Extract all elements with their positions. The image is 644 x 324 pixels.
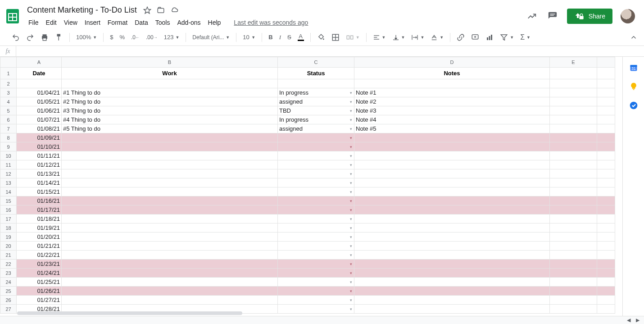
cell[interactable] [550, 97, 597, 106]
filter-button[interactable]: ▼ [497, 32, 517, 43]
cell-notes[interactable]: Note #1 [354, 88, 550, 97]
text-wrap-button[interactable]: ▼ [408, 32, 427, 43]
cell-date[interactable]: 01/09/21 [17, 133, 62, 142]
cell-work[interactable]: #3 Thing to do [62, 106, 278, 115]
print-button[interactable] [38, 32, 51, 43]
cell-work[interactable] [62, 233, 278, 242]
col-header-C[interactable]: C [278, 57, 354, 68]
cell-status[interactable] [278, 151, 354, 160]
increase-decimal-button[interactable]: .00→ [143, 32, 160, 42]
cell[interactable] [62, 79, 278, 88]
cell-status[interactable] [278, 278, 354, 287]
cell[interactable] [597, 68, 615, 79]
cell-date[interactable]: 01/27/21 [17, 296, 62, 305]
cell-work[interactable]: #2 Thing to do [62, 97, 278, 106]
cell-status[interactable] [278, 187, 354, 196]
cell[interactable] [550, 251, 597, 260]
row-header[interactable]: 17 [0, 214, 17, 224]
star-icon[interactable] [143, 6, 151, 14]
cell-status[interactable]: assigned [278, 124, 354, 133]
row-header[interactable]: 22 [0, 260, 17, 269]
cell[interactable] [550, 106, 597, 115]
cell[interactable] [550, 151, 597, 160]
insert-comment-button[interactable] [468, 32, 482, 43]
cell[interactable] [550, 233, 597, 242]
cell-date[interactable]: 01/18/21 [17, 214, 62, 224]
cell-notes[interactable] [354, 251, 550, 260]
cell[interactable] [597, 214, 615, 224]
cell[interactable] [550, 160, 597, 169]
merge-cells-button[interactable]: ▼ [343, 32, 363, 43]
menu-tools[interactable]: Tools [152, 17, 173, 28]
row-header[interactable]: 24 [0, 278, 17, 287]
cell[interactable] [550, 224, 597, 233]
cell[interactable] [550, 133, 597, 142]
cell[interactable] [550, 260, 597, 269]
menu-help[interactable]: Help [205, 17, 224, 28]
document-title[interactable]: Content Marketing - To-Do List [25, 5, 139, 16]
cell-work[interactable] [62, 296, 278, 305]
cell[interactable] [597, 287, 615, 296]
cell[interactable] [597, 187, 615, 196]
keep-icon[interactable] [629, 82, 638, 91]
cell-date[interactable]: 01/14/21 [17, 178, 62, 187]
row-header[interactable]: 19 [0, 233, 17, 242]
row-header[interactable]: 15 [0, 196, 17, 205]
share-button[interactable]: Share [567, 9, 612, 24]
cell[interactable] [597, 251, 615, 260]
cell-work[interactable] [62, 178, 278, 187]
cell[interactable] [550, 124, 597, 133]
row-header[interactable]: 26 [0, 296, 17, 305]
functions-button[interactable]: Σ▼ [517, 32, 533, 43]
cell-status[interactable] [278, 214, 354, 224]
row-header[interactable]: 3 [0, 88, 17, 97]
row-header[interactable]: 16 [0, 205, 17, 214]
bold-button[interactable]: B [266, 32, 275, 42]
fill-color-button[interactable] [314, 32, 328, 43]
cell-status[interactable] [278, 169, 354, 178]
cell-date[interactable]: 01/24/21 [17, 269, 62, 278]
cell-status[interactable]: In progress [278, 115, 354, 124]
col-header-A[interactable]: A [17, 57, 62, 68]
row-header[interactable]: 11 [0, 160, 17, 169]
cell[interactable] [597, 79, 615, 88]
text-color-button[interactable]: A [295, 32, 307, 43]
tasks-icon[interactable] [629, 101, 638, 110]
cell[interactable] [550, 187, 597, 196]
cell-notes[interactable]: Note #5 [354, 124, 550, 133]
strikethrough-button[interactable]: S [285, 32, 294, 42]
col-header-E[interactable]: E [550, 57, 597, 68]
cell-status[interactable] [278, 133, 354, 142]
cell[interactable] [597, 242, 615, 251]
cell-notes[interactable] [354, 205, 550, 214]
cell-date[interactable]: 01/07/21 [17, 115, 62, 124]
cell-notes[interactable] [354, 269, 550, 278]
cell-work[interactable] [62, 224, 278, 233]
cell-notes[interactable] [354, 233, 550, 242]
cell[interactable] [550, 178, 597, 187]
row-header[interactable]: 27 [0, 305, 17, 314]
move-icon[interactable] [157, 6, 165, 14]
cell-notes[interactable] [354, 187, 550, 196]
cell-work[interactable] [62, 278, 278, 287]
cell-status[interactable] [278, 296, 354, 305]
cell[interactable] [597, 224, 615, 233]
cell-date[interactable]: 01/21/21 [17, 242, 62, 251]
fx-icon[interactable]: fx [0, 46, 16, 56]
cell[interactable] [597, 97, 615, 106]
cell[interactable] [550, 142, 597, 151]
cell-notes[interactable] [354, 287, 550, 296]
format-currency-button[interactable]: $ [107, 32, 116, 42]
paint-format-button[interactable] [52, 32, 66, 43]
cell[interactable] [354, 79, 550, 88]
cell[interactable] [550, 115, 597, 124]
text-rotation-button[interactable]: ▼ [428, 32, 446, 43]
col-header-overflow[interactable] [597, 57, 615, 68]
cell-date[interactable]: 01/11/21 [17, 151, 62, 160]
cell-notes[interactable] [354, 278, 550, 287]
comments-icon[interactable] [546, 10, 559, 23]
cell-work[interactable]: #1 Thing to do [62, 88, 278, 97]
insert-chart-button[interactable] [483, 32, 496, 43]
cell[interactable] [597, 106, 615, 115]
row-header[interactable]: 14 [0, 187, 17, 196]
